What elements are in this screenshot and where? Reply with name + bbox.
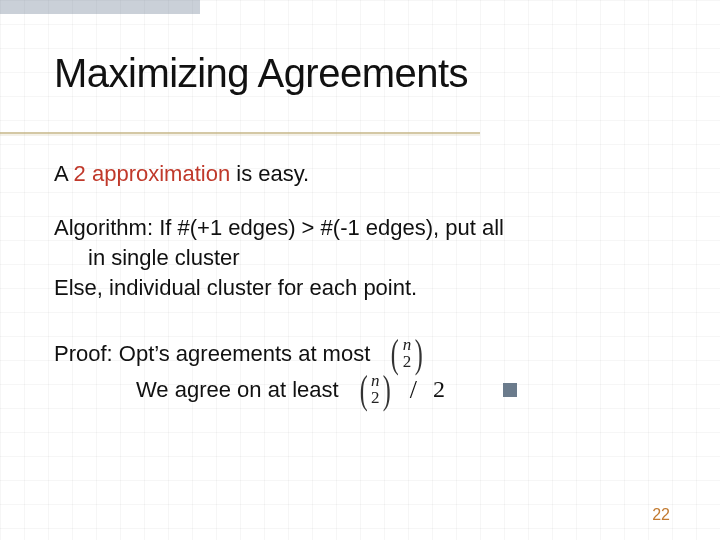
page-number: 22	[652, 506, 670, 524]
algorithm-line-2: in single cluster	[54, 244, 666, 272]
proof-line-1: Proof: Opt’s agreements at most ( n 2 )	[54, 337, 666, 371]
title-underline	[0, 132, 480, 134]
binom-bottom: 2	[371, 390, 380, 406]
right-paren-icon: )	[383, 373, 391, 407]
proof-line-2: We agree on at least ( n 2 ) / 2	[54, 373, 666, 407]
slide: Maximizing Agreements A 2 approximation …	[0, 0, 720, 540]
intro-highlight: 2 approximation	[74, 161, 231, 186]
binomial-n-choose-2: ( n 2 )	[388, 337, 425, 371]
qed-icon	[503, 383, 517, 397]
divide-by-value: 2	[433, 374, 445, 405]
right-paren-icon: )	[415, 337, 423, 371]
proof-block: Proof: Opt’s agreements at most ( n 2 ) …	[54, 337, 666, 407]
division-slash: /	[406, 373, 421, 406]
proof-text-2: We agree on at least	[136, 376, 339, 404]
slide-title: Maximizing Agreements	[54, 52, 666, 94]
intro-suffix: is easy.	[230, 161, 309, 186]
intro-line: A 2 approximation is easy.	[54, 160, 666, 188]
left-paren-icon: (	[359, 373, 367, 407]
binomial-n-choose-2-half: ( n 2 )	[357, 373, 394, 407]
intro-prefix: A	[54, 161, 74, 186]
binom-bottom: 2	[403, 354, 412, 370]
slide-body: A 2 approximation is easy. Algorithm: If…	[54, 160, 666, 407]
algorithm-line-1: Algorithm: If #(+1 edges) > #(-1 edges),…	[54, 214, 666, 242]
proof-text-1: Proof: Opt’s agreements at most	[54, 340, 370, 368]
left-paren-icon: (	[391, 337, 399, 371]
algorithm-line-3: Else, individual cluster for each point.	[54, 274, 666, 302]
header-accent-bar	[0, 0, 200, 14]
